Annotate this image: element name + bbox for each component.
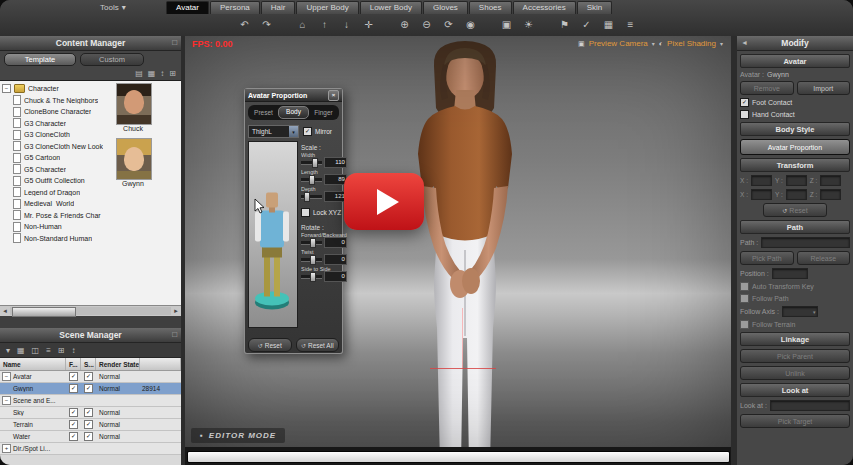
section-body-style[interactable]: Body Style [740, 122, 850, 136]
collapse-icon[interactable]: − [2, 84, 11, 93]
dialog-titlebar[interactable]: Avatar Proportion × [245, 89, 342, 102]
release-button[interactable]: Release [797, 251, 851, 265]
transform-reset-button[interactable]: ↺ Reset [763, 203, 827, 217]
tree-root[interactable]: − Character [2, 83, 114, 95]
tab-body[interactable]: Body [278, 106, 309, 119]
show-checkbox[interactable]: ✓ [84, 372, 93, 381]
mirror-checkbox[interactable]: ✓ Mirror [303, 127, 332, 136]
tab-gloves[interactable]: Gloves [423, 1, 468, 14]
tab-finger[interactable]: Finger [309, 107, 338, 118]
column-render-state[interactable]: Render State [96, 358, 140, 370]
tree-item[interactable]: Non-Human [2, 221, 114, 233]
column-s[interactable]: S... [81, 358, 96, 370]
follow-terrain-checkbox[interactable]: Follow Terrain [740, 320, 850, 329]
show-checkbox[interactable]: ✓ [84, 408, 93, 417]
tab-skin[interactable]: Skin [577, 1, 613, 14]
twist-slider[interactable] [301, 258, 322, 262]
pick-target-button[interactable]: Pick Target [740, 414, 850, 428]
rotate-y-field[interactable] [786, 189, 807, 200]
move-z-field[interactable] [820, 175, 841, 186]
caret-down-icon[interactable]: ▾ [652, 40, 655, 47]
section-look-at[interactable]: Look at [740, 383, 850, 397]
side-to-side-slider[interactable] [301, 275, 322, 279]
tree-item[interactable]: Mr. Pose & Friends Char [2, 210, 114, 222]
pick-path-button[interactable]: Pick Path [740, 251, 794, 265]
tree-item[interactable]: Legend of Dragon [2, 187, 114, 199]
freeze-checkbox[interactable]: ✓ [69, 420, 78, 429]
detach-panel-icon[interactable]: □ [172, 330, 177, 339]
collapse-icon[interactable]: − [2, 372, 11, 381]
section-path[interactable]: Path [740, 220, 850, 234]
show-checkbox[interactable]: ✓ [84, 432, 93, 441]
tab-upper-body[interactable]: Upper Body [296, 1, 358, 14]
content-manager-header[interactable]: Content Manager □ [0, 36, 181, 51]
camera-icon[interactable]: ▣ [500, 19, 513, 30]
template-tab[interactable]: Template [4, 53, 76, 66]
rotate-x-field[interactable] [751, 189, 772, 200]
remove-button[interactable]: Remove [740, 81, 794, 95]
undo-icon[interactable]: ↶ [238, 19, 251, 30]
section-linkage[interactable]: Linkage [740, 332, 850, 346]
list-icon[interactable]: ≡ [46, 346, 51, 355]
flag-icon[interactable]: ⚑ [558, 19, 571, 30]
caret-down-icon[interactable]: ▾ [720, 40, 723, 47]
table-row-gwynn-selected[interactable]: Gwynn ✓ ✓ Normal 28914 [0, 383, 181, 395]
avatar-gwynn-3d[interactable] [390, 36, 540, 465]
twist-value[interactable]: 0 [324, 254, 347, 265]
position-field[interactable] [772, 268, 808, 279]
sort-icon[interactable]: ↕ [160, 69, 164, 78]
zoom-out-icon[interactable]: ⊖ [420, 19, 433, 30]
grid-view-icon[interactable]: ▦ [17, 346, 25, 355]
thumbnail-chuck[interactable]: Chuck [114, 83, 178, 132]
tab-shoes[interactable]: Shoes [469, 1, 512, 14]
table-row-terrain[interactable]: Terrain ✓ ✓ Normal [0, 419, 181, 431]
show-checkbox[interactable]: ✓ [84, 384, 93, 393]
tab-hair[interactable]: Hair [261, 1, 296, 14]
table-row-scene[interactable]: −Scene and E... [0, 395, 181, 407]
table-row-water[interactable]: Water ✓ ✓ Normal [0, 431, 181, 443]
tab-preset[interactable]: Preset [249, 107, 278, 118]
freeze-checkbox[interactable]: ✓ [69, 432, 78, 441]
arrow-down-icon[interactable]: ↓ [340, 19, 353, 30]
collapse-icon[interactable]: − [2, 396, 11, 405]
collapse-panel-icon[interactable]: ◄ [741, 39, 748, 46]
dropdown-caret-icon[interactable]: ▾ [289, 126, 298, 137]
column-f[interactable]: F... [66, 358, 81, 370]
tree-item[interactable]: G5 Outfit Collection [2, 175, 114, 187]
custom-tab[interactable]: Custom [80, 53, 144, 66]
move-icon[interactable]: ✛ [362, 19, 375, 30]
expand-icon[interactable]: + [2, 444, 11, 453]
forward-backward-value[interactable]: 0 [324, 237, 347, 248]
sort-rows-icon[interactable]: ↕ [72, 346, 76, 355]
pixel-shading-label[interactable]: Pixel Shading [667, 39, 716, 48]
tree-item[interactable]: Medieval_World [2, 198, 114, 210]
follow-path-checkbox[interactable]: Follow Path [740, 294, 850, 303]
panel-splitter[interactable] [0, 316, 181, 328]
light-icon[interactable]: ☀ [522, 19, 535, 30]
orbit-icon[interactable]: ◉ [464, 19, 477, 30]
tab-lower-body[interactable]: Lower Body [360, 1, 422, 14]
pick-parent-button[interactable]: Pick Parent [740, 349, 850, 363]
section-transform[interactable]: Transform [740, 158, 850, 172]
confirm-icon[interactable]: ✓ [580, 19, 593, 30]
detach-panel-icon[interactable]: □ [172, 38, 177, 47]
table-row-avatar[interactable]: −Avatar ✓ ✓ Normal [0, 371, 181, 383]
table-row-sky[interactable]: Sky ✓ ✓ Normal [0, 407, 181, 419]
tab-accessories[interactable]: Accessories [513, 1, 576, 14]
rotate-z-field[interactable] [820, 189, 841, 200]
freeze-checkbox[interactable]: ✓ [69, 372, 78, 381]
reset-all-button[interactable]: ↺ Reset All [296, 338, 340, 352]
avatar-proportion-button[interactable]: Avatar Proportion [740, 139, 850, 155]
add-item-icon[interactable]: ⊞ [58, 346, 65, 355]
add-folder-icon[interactable]: ⊞ [169, 69, 176, 78]
thumbnail-view-icon[interactable]: ▦ [148, 69, 156, 78]
width-value[interactable]: 110 [324, 157, 347, 168]
depth-slider[interactable] [301, 195, 322, 199]
show-checkbox[interactable]: ✓ [84, 420, 93, 429]
zoom-in-icon[interactable]: ⊕ [398, 19, 411, 30]
reset-button[interactable]: ↺ Reset [248, 338, 292, 352]
rotate-icon[interactable]: ⟳ [442, 19, 455, 30]
move-y-field[interactable] [786, 175, 807, 186]
forward-backward-slider[interactable] [301, 241, 322, 245]
layers-icon[interactable]: ◫ [32, 346, 40, 355]
